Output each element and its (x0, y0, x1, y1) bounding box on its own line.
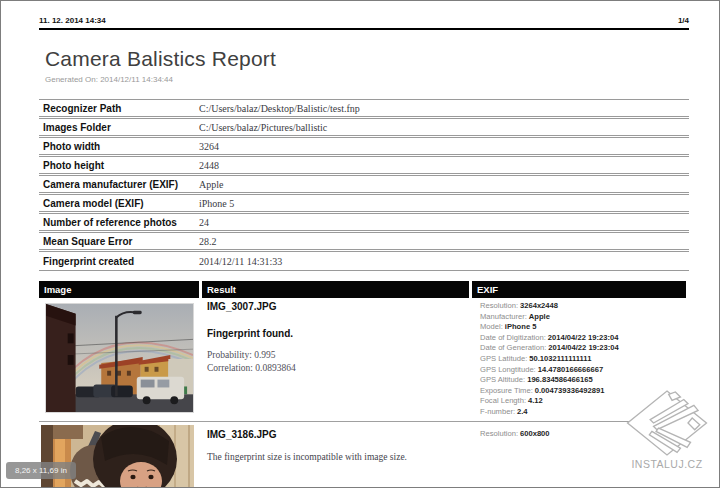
metadata-table: Recognizer Path C:/Users/balaz/Desktop/B… (39, 99, 689, 271)
street-photo-illustration (46, 304, 193, 412)
table-row: Photo width 3264 (39, 138, 689, 157)
exif-line: Manufacturer:Apple (480, 312, 685, 323)
result-filename-2: IMG_3186.JPG (207, 429, 276, 440)
table-row: Camera manufacturer (EXIF) Apple (39, 176, 689, 195)
report-page: { "page": { "header_date": "11. 12. 2014… (0, 0, 720, 488)
meta-label: Camera model (EXIF) (39, 198, 199, 209)
meta-value: 2014/12/11 14:31:33 (199, 256, 282, 267)
exif-line: GPS Latitude:50.1032111111111 (480, 354, 685, 365)
table-row: Number of reference photos 24 (39, 214, 689, 233)
exif-line: Date of Digitization:2014/04/22 19:23:04 (480, 333, 685, 344)
table-row: Mean Square Error 28.2 (39, 233, 689, 252)
table-row: Images Folder C:/Users/balaz/Pictures/ba… (39, 119, 689, 138)
watermark: INSTALUJ.CZ (621, 389, 713, 470)
meta-value: 24 (199, 217, 209, 228)
table-row: Camera model (EXIF) iPhone 5 (39, 195, 689, 214)
column-header-result: Result (202, 281, 469, 298)
generated-on-label: Generated On: 2014/12/11 14:34:44 (45, 75, 276, 84)
meta-value: 3264 (199, 141, 219, 152)
result-details-1: Probability: 0.995 Correlation: 0.089386… (207, 349, 296, 375)
title-block: Camera Balistics Report Generated On: 20… (45, 47, 276, 84)
row-separator (39, 421, 689, 422)
meta-label: Mean Square Error (39, 236, 199, 247)
page-size-tooltip: 8,26 x 11,69 in (6, 462, 76, 479)
result-verdict-1: Fingerprint found. (207, 328, 293, 339)
page-title: Camera Balistics Report (45, 47, 276, 71)
photo-thumbnail-street (45, 303, 194, 413)
result-message-2: The fingerprint size is incompatible wit… (207, 452, 407, 462)
meta-label: Recognizer Path (39, 103, 199, 114)
header-date: 11. 12. 2014 14:34 (39, 16, 106, 25)
table-row: Recognizer Path C:/Users/balaz/Desktop/B… (39, 100, 689, 119)
results-table-header: Image Result EXIF (39, 281, 689, 298)
page-number: 1/4 (678, 16, 689, 25)
watermark-text: INSTALUJ.CZ (621, 458, 713, 470)
meta-value: 2448 (199, 160, 219, 171)
meta-value: Apple (199, 179, 223, 190)
header-rule (39, 28, 689, 30)
meta-value: C:/Users/balaz/Pictures/ballistic (199, 122, 327, 133)
meta-value: 28.2 (199, 236, 217, 247)
meta-label: Images Folder (39, 122, 199, 133)
page-header: 11. 12. 2014 14:34 1/4 (39, 16, 689, 30)
exif-line: Date of Generation:2014/04/22 19:23:04 (480, 343, 685, 354)
column-header-image: Image (39, 281, 199, 298)
diamond-logo-icon (625, 389, 709, 457)
probability-line: Probability: 0.995 (207, 349, 296, 362)
meta-label: Number of reference photos (39, 217, 199, 228)
result-filename-1: IMG_3007.JPG (207, 301, 276, 312)
exif-line: GPS Longtitude:14.4780166666667 (480, 365, 685, 376)
table-row: Photo height 2448 (39, 157, 689, 176)
exif-line: GPS Altitude:196.834586466165 (480, 375, 685, 386)
exif-line: Resolution:3264x2448 (480, 301, 685, 312)
meta-label: Fingerprint created (39, 256, 199, 267)
correlation-line: Correlation: 0.0893864 (207, 362, 296, 375)
meta-value: C:/Users/balaz/Desktop/Balistic/test.fnp (199, 103, 360, 114)
meta-label: Photo height (39, 160, 199, 171)
meta-label: Photo width (39, 141, 199, 152)
table-row: Fingerprint created 2014/12/11 14:31:33 (39, 252, 689, 271)
exif-line: Model:iPhone 5 (480, 322, 685, 333)
meta-label: Camera manufacturer (EXIF) (39, 179, 199, 190)
column-header-exif: EXIF (472, 281, 686, 298)
meta-value: iPhone 5 (199, 198, 234, 209)
